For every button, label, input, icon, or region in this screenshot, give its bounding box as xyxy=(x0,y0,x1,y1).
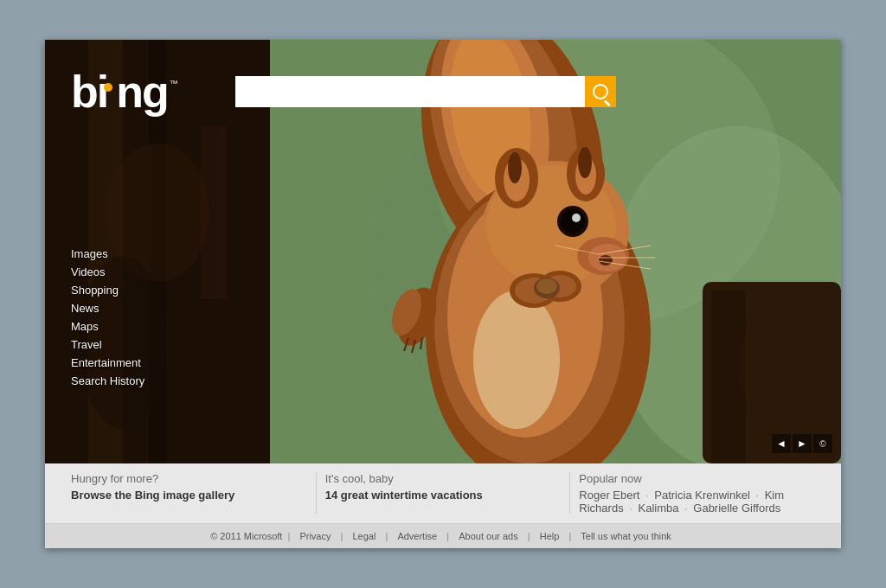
footer-tell-link[interactable]: Tell us what you think xyxy=(581,531,671,541)
svg-point-25 xyxy=(578,147,592,178)
footer-sep-2: | xyxy=(385,531,388,541)
footer-sep-4: | xyxy=(528,531,530,541)
footer-link-help[interactable]: Help xyxy=(540,531,560,541)
hungry-title: Hungry for more? xyxy=(71,472,307,485)
svg-point-31 xyxy=(599,255,613,265)
search-button[interactable] xyxy=(585,76,616,107)
hungry-link[interactable]: Browse the Bing image gallery xyxy=(71,489,234,502)
footer: © 2011 Microsoft | Privacy | Legal | Adv… xyxy=(45,523,841,548)
footer-sep-5: | xyxy=(568,531,571,541)
footer-link-about-ads[interactable]: About our ads xyxy=(459,531,518,541)
popular-title: Popular now xyxy=(579,472,815,485)
nav-links: Images Videos Shopping News Maps Travel … xyxy=(71,247,144,387)
footer-copyright: © 2011 Microsoft xyxy=(210,531,282,541)
bing-trademark: ™ xyxy=(170,79,178,88)
hungry-content[interactable]: Browse the Bing image gallery xyxy=(71,489,307,502)
svg-point-17 xyxy=(473,291,560,429)
footer-link-privacy[interactable]: Privacy xyxy=(299,531,331,541)
cool-link[interactable]: 14 great wintertime vacations xyxy=(325,489,483,502)
hero-section: bing ™ Images Videos Shopping News Maps … xyxy=(45,40,841,463)
nav-item-images[interactable]: Images xyxy=(71,247,144,260)
bing-logo: bing ™ xyxy=(71,66,178,118)
footer-sep-0: | xyxy=(288,531,291,541)
popular-link-0[interactable]: Roger Ebert xyxy=(579,489,639,502)
bottom-section-popular: Popular now Roger Ebert · Patricia Krenw… xyxy=(570,472,824,514)
nav-item-search-history[interactable]: Search History xyxy=(71,374,144,387)
svg-point-27 xyxy=(561,209,585,233)
search-icon xyxy=(593,84,608,99)
popular-link-4[interactable]: Gabrielle Giffords xyxy=(693,502,780,514)
footer-link-legal[interactable]: Legal xyxy=(352,531,376,541)
popular-link-1[interactable]: Patricia Krenwinkel xyxy=(654,489,750,502)
popular-links: Roger Ebert · Patricia Krenwinkel · Kim … xyxy=(579,489,815,514)
search-input[interactable] xyxy=(235,76,585,107)
svg-point-52 xyxy=(737,316,806,420)
bing-dot xyxy=(104,83,112,92)
prev-image-button[interactable]: ◄ xyxy=(772,434,791,453)
main-container: bing ™ Images Videos Shopping News Maps … xyxy=(45,40,841,548)
popular-link-3[interactable]: Kalimba xyxy=(638,502,678,514)
bottom-section-hungry: Hungry for more? Browse the Bing image g… xyxy=(62,472,317,514)
nav-item-travel[interactable]: Travel xyxy=(71,338,144,351)
nav-item-shopping[interactable]: Shopping xyxy=(71,284,144,297)
sep-1: · xyxy=(753,489,762,502)
sep-0: · xyxy=(642,489,652,502)
svg-point-24 xyxy=(508,152,522,183)
nav-item-videos[interactable]: Videos xyxy=(71,265,144,278)
svg-point-28 xyxy=(572,214,581,222)
image-nav-arrows: ◄ ► © xyxy=(772,434,832,453)
footer-sep-1: | xyxy=(341,531,343,541)
search-bar xyxy=(235,76,616,107)
svg-point-41 xyxy=(536,278,557,294)
next-image-button[interactable]: ► xyxy=(793,434,812,453)
bottom-bar: Hungry for more? Browse the Bing image g… xyxy=(45,463,841,523)
nav-item-entertainment[interactable]: Entertainment xyxy=(71,356,144,369)
nav-item-maps[interactable]: Maps xyxy=(71,320,144,333)
footer-sep-3: | xyxy=(446,531,449,541)
page-wrapper: bing ™ Images Videos Shopping News Maps … xyxy=(45,40,841,548)
sep-3: · xyxy=(681,502,690,514)
nav-item-news[interactable]: News xyxy=(71,302,144,315)
cool-content[interactable]: 14 great wintertime vacations xyxy=(325,489,562,502)
bottom-section-cool: It's cool, baby 14 great wintertime vaca… xyxy=(317,472,571,514)
image-copyright-icon: © xyxy=(813,434,832,453)
bing-wordmark: bing xyxy=(71,66,168,118)
cool-title: It's cool, baby xyxy=(325,472,562,485)
sep-2: · xyxy=(626,502,636,514)
footer-link-advertise[interactable]: Advertise xyxy=(397,531,437,541)
